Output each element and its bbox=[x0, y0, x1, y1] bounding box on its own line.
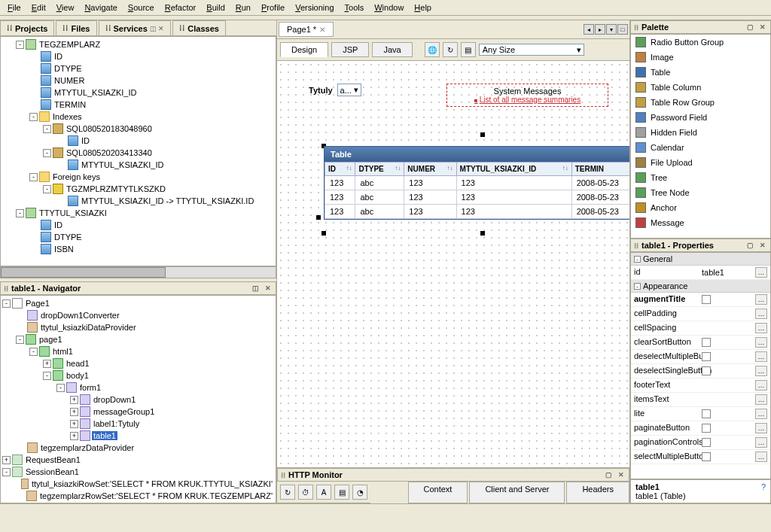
table1-component[interactable]: Table ID↑↓DTYPE↑↓NUMER↑↓MTYTUL_KSIAZKI_I… bbox=[324, 146, 629, 220]
palette-item-image[interactable]: Image bbox=[631, 50, 770, 65]
prop-value[interactable]: … bbox=[699, 321, 770, 335]
selection-handle[interactable] bbox=[480, 231, 485, 236]
tree-node[interactable]: -TTYTUL_KSIAZKI bbox=[2, 207, 274, 219]
menu-view[interactable]: View bbox=[52, 2, 79, 14]
tree-node[interactable]: -TGZMPLRZMTYTLKSZKD bbox=[2, 183, 274, 195]
prop-row[interactable]: deselectMultipleButt… bbox=[631, 350, 770, 364]
prop-value[interactable]: … bbox=[699, 407, 770, 421]
subtab-jsp[interactable]: JSP bbox=[331, 42, 369, 57]
editor-tab-page1[interactable]: Page1 * ✕ bbox=[279, 22, 334, 37]
prop-row[interactable]: cellSpacing… bbox=[631, 321, 770, 336]
tree-node[interactable]: -SessionBean1 bbox=[2, 466, 274, 478]
http-tab-client-and-server[interactable]: Client and Server bbox=[469, 482, 565, 503]
collapse-icon[interactable]: - bbox=[2, 299, 11, 308]
tree-node[interactable]: -form1 bbox=[2, 382, 274, 394]
tree-node[interactable]: -Foreign keys bbox=[2, 171, 274, 183]
checkbox[interactable] bbox=[702, 352, 711, 361]
prop-row[interactable]: paginateButton… bbox=[631, 421, 770, 436]
tree-node[interactable]: -body1 bbox=[2, 369, 274, 382]
palette-item-message[interactable]: Message bbox=[631, 215, 770, 230]
tree-node[interactable]: ISBN bbox=[2, 243, 274, 255]
prop-row[interactable]: clearSortButton… bbox=[631, 336, 770, 350]
prop-row[interactable]: lite… bbox=[631, 407, 770, 421]
clock-icon[interactable]: ◔ bbox=[352, 485, 367, 500]
checkbox[interactable] bbox=[702, 295, 711, 304]
tree-node[interactable]: MTYTUL_KSIAZKI_ID -> TTYTUL_KSIAZKI.ID bbox=[2, 195, 274, 207]
prop-category[interactable]: - General bbox=[631, 253, 770, 266]
tree-node[interactable]: +label1:Tytuly bbox=[2, 418, 274, 430]
close-icon[interactable]: ✕ bbox=[319, 26, 325, 34]
prop-row[interactable]: footerText… bbox=[631, 378, 770, 393]
ellipsis-button[interactable]: … bbox=[755, 337, 767, 348]
tree-node[interactable]: TERMIN bbox=[2, 99, 274, 111]
menu-versioning[interactable]: Versioning bbox=[291, 2, 338, 14]
ellipsis-button[interactable]: … bbox=[755, 409, 767, 419]
refresh-icon[interactable]: ↻ bbox=[443, 42, 458, 57]
tree-node[interactable]: ttytul_ksiazkiDataProvider bbox=[2, 321, 274, 333]
tree-node[interactable]: +messageGroup1 bbox=[2, 406, 274, 418]
tree-node[interactable]: MTYTUL_KSIAZKI_ID bbox=[2, 87, 274, 99]
close-icon[interactable]: ✕ bbox=[264, 284, 273, 292]
ellipsis-button[interactable]: … bbox=[755, 351, 767, 362]
prop-value[interactable]: … bbox=[699, 350, 770, 363]
prop-row[interactable]: selectMultipleButton… bbox=[631, 450, 770, 464]
prop-value[interactable]: … bbox=[699, 293, 770, 306]
subtab-java[interactable]: Java bbox=[372, 42, 412, 57]
column-header[interactable]: DTYPE↑↓ bbox=[355, 163, 404, 176]
prop-row[interactable]: idtable1… bbox=[631, 266, 770, 280]
tree-node[interactable]: -TEGZEMPLARZ bbox=[2, 38, 274, 50]
selection-handle[interactable] bbox=[316, 215, 321, 220]
tree-node[interactable]: -SQL080520203413340 bbox=[2, 147, 274, 159]
tree-node[interactable]: -page1 bbox=[2, 333, 274, 345]
sort-icon[interactable]: ↑↓ bbox=[562, 165, 568, 172]
dropdown1[interactable]: a...▾ bbox=[337, 84, 361, 96]
ellipsis-button[interactable]: … bbox=[755, 437, 767, 448]
collapse-icon[interactable]: - bbox=[29, 348, 38, 356]
menu-help[interactable]: Help bbox=[410, 2, 436, 14]
column-header[interactable]: ID↑↓ bbox=[325, 163, 355, 176]
http-tab-context[interactable]: Context bbox=[408, 482, 468, 503]
close-icon[interactable]: ✕ bbox=[758, 242, 767, 249]
ellipsis-button[interactable]: … bbox=[755, 309, 767, 319]
system-messages[interactable]: System Messages ■List of all message sum… bbox=[446, 84, 608, 107]
prev-icon[interactable]: ◂ bbox=[584, 24, 594, 35]
checkbox[interactable] bbox=[702, 338, 711, 347]
selection-handle[interactable] bbox=[480, 132, 485, 137]
tree-node[interactable]: DTYPE bbox=[2, 231, 274, 243]
prop-category[interactable]: - Appearance bbox=[631, 280, 770, 293]
prop-value[interactable]: … bbox=[699, 393, 770, 406]
prop-row[interactable]: deselectSingleButton… bbox=[631, 364, 770, 378]
maximize-icon[interactable]: □ bbox=[617, 24, 628, 35]
column-header[interactable]: TERMIN↑↓ bbox=[571, 163, 629, 176]
ellipsis-button[interactable]: … bbox=[755, 394, 767, 405]
prop-value[interactable]: … bbox=[699, 436, 770, 449]
tree-node[interactable]: -SQL080520183048960 bbox=[2, 123, 274, 135]
filter-icon[interactable]: ◫ bbox=[251, 284, 261, 292]
prop-value[interactable]: … bbox=[699, 378, 770, 392]
reload-icon[interactable]: ↻ bbox=[280, 485, 295, 500]
dropdown-icon[interactable]: ▾ bbox=[606, 24, 617, 35]
options-icon[interactable]: ▤ bbox=[461, 42, 476, 57]
help-icon[interactable]: ? bbox=[761, 482, 766, 491]
tree-node[interactable]: -Indexes bbox=[2, 111, 274, 123]
tree-node[interactable]: +head1 bbox=[2, 357, 274, 369]
prop-row[interactable]: itemsText… bbox=[631, 393, 770, 407]
palette-item-tree-node[interactable]: Tree Node bbox=[631, 185, 770, 200]
sort-icon[interactable]: ↑↓ bbox=[346, 165, 352, 172]
prop-row[interactable]: augmentTitle… bbox=[631, 293, 770, 307]
tree-node[interactable]: +table1 bbox=[2, 430, 274, 442]
column-header[interactable]: NUMER↑↓ bbox=[404, 163, 456, 176]
prop-value[interactable]: … bbox=[699, 307, 770, 321]
tree-node[interactable]: ID bbox=[2, 135, 274, 147]
collapse-icon[interactable]: - bbox=[43, 125, 51, 133]
prop-value[interactable]: … bbox=[699, 364, 770, 378]
palette-item-table[interactable]: Table bbox=[631, 65, 770, 80]
expand-icon[interactable]: + bbox=[70, 432, 78, 440]
design-canvas[interactable]: Tytuly a...▾ System Messages ■List of al… bbox=[277, 61, 629, 467]
collapse-icon[interactable]: - bbox=[56, 384, 65, 392]
collapse-icon[interactable]: - bbox=[16, 209, 24, 217]
palette-item-table-row-group[interactable]: Table Row Group bbox=[631, 95, 770, 110]
menu-refactor[interactable]: Refactor bbox=[160, 2, 201, 14]
menu-tools[interactable]: Tools bbox=[340, 2, 369, 14]
close-icon[interactable]: ✕ bbox=[617, 471, 626, 479]
